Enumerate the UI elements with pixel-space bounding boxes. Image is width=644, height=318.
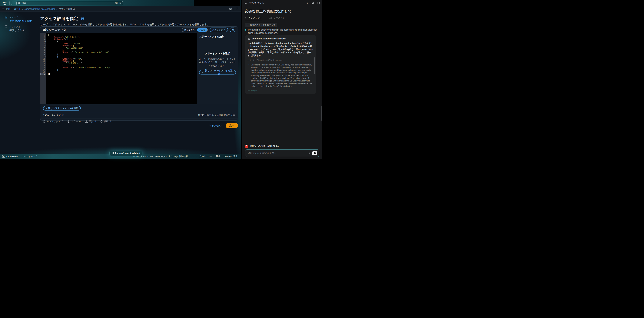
step1-label: ステップ 1 — [10, 16, 32, 19]
comet-logo-icon — [245, 2, 248, 5]
incognito-icon[interactable] — [311, 2, 314, 4]
errors-status[interactable]: エラー: 0 — [68, 120, 80, 123]
search-input[interactable]: 検索 [Alt+S] — [16, 1, 123, 5]
line-number: 14 — [40, 62, 46, 64]
cancel-button[interactable]: キャンセル — [209, 124, 222, 127]
code-line[interactable]: "Resource": "arn:aws:s3:::comet-html-tes… — [48, 66, 197, 69]
pause-comet-assistant-button[interactable]: Pause Comet Assistant — [110, 151, 142, 156]
code-line[interactable]: "s3:GetObject" — [48, 62, 197, 64]
breadcrumb-link-roles[interactable]: ロール — [14, 7, 21, 10]
card-scrollbar-thumb[interactable] — [314, 57, 315, 74]
terms-link[interactable]: 用語 — [216, 155, 220, 158]
code-line[interactable]: } — [48, 73, 197, 76]
code-line[interactable]: "Effect": "Allow", — [48, 58, 197, 60]
skip-forward-icon: ▶▶ — [247, 24, 248, 26]
editor-code-content[interactable]: { "Version": "2012-10-17", "Statement": … — [46, 33, 197, 104]
tab-assistant[interactable]: アシスタント — [245, 16, 262, 21]
code-line[interactable]: "Version": "2012-10-17", — [48, 36, 197, 38]
sidebar-scrollbar-thumb[interactable] — [321, 106, 322, 121]
line-number: 11▾ — [40, 56, 46, 58]
shield-icon[interactable] — [236, 8, 238, 10]
text-cursor — [49, 73, 50, 75]
code-line[interactable]: "Effect": "Allow", — [48, 42, 197, 45]
play-icon: ▶▶ — [248, 90, 250, 92]
skip-remaining-steps-button[interactable]: ▶▶ 残りのステップをスキップ — [245, 23, 277, 27]
line-number: 15 — [40, 64, 46, 66]
code-line[interactable]: { — [48, 56, 197, 58]
caret-down-icon: ▼ — [224, 29, 226, 31]
line-number: 2 — [40, 36, 46, 38]
code-line[interactable]: }, — [48, 54, 197, 56]
assistant-task-title: 必要な修正を実際に操作して — [245, 9, 292, 14]
source-activity-card[interactable]: us-east-1.console.aws.amazon Lambda実行ロール… — [245, 35, 316, 94]
feedback-link[interactable]: フィードバック — [22, 155, 38, 158]
actions-dropdown-button[interactable]: アクション▼ — [210, 28, 228, 32]
wizard-step-1[interactable]: ステップ 1 アクセス許可を指定 — [4, 16, 38, 25]
page-context-chip[interactable]: ポリシーの作成 | IAM | Global — [245, 145, 319, 148]
add-statement-button-panel[interactable]: + 新しいステートメントを追加 — [199, 70, 236, 74]
next-button[interactable]: 次へ — [226, 123, 238, 128]
comet-tab-icon — [245, 17, 247, 19]
code-line[interactable]: "s3:ListBucket" — [48, 47, 197, 49]
step1-title[interactable]: アクセス許可を指定 — [10, 19, 32, 23]
step1-active-radio-icon — [5, 16, 7, 18]
assistant-message-input[interactable]: 詳細または明確化を追加... — [245, 150, 319, 157]
breadcrumb-link-role[interactable]: comet-html-test-role-o8ghq9br — [24, 8, 55, 10]
warnings-status[interactable]: 警告: 0 — [85, 120, 96, 123]
code-line[interactable]: "Action": [ — [48, 60, 197, 62]
observation-text: Excellent! I can see that the JSON polic… — [251, 63, 313, 88]
security-findings-status[interactable]: セキュリティ: 0 — [43, 120, 63, 123]
code-line[interactable]: "Resource": "arn:aws:s3:::comet-html-tes… — [48, 51, 197, 54]
assistant-status-message: Preparing to guide you through the neces… — [245, 28, 319, 35]
redacted-account-info — [194, 0, 240, 6]
search-icon — [18, 2, 20, 4]
add-statement-button-bottom[interactable]: + 新しいステートメントを追加 — [43, 106, 81, 110]
apps-grid-icon[interactable] — [12, 2, 14, 5]
code-line[interactable]: ], — [48, 64, 197, 66]
code-line[interactable]: "Action": [ — [48, 45, 197, 47]
json-toggle-button[interactable]: JSON — [197, 28, 207, 32]
cloudshell-footer-button[interactable]: >_ CloudShell — [2, 155, 18, 158]
chevron-right-icon: › — [22, 8, 23, 10]
statement-select-title: ステートメントを選択 — [199, 52, 236, 55]
step2-title[interactable]: 確認して作成 — [10, 29, 24, 32]
attachment-paperclip-icon[interactable] — [308, 152, 310, 155]
menu-hamburger-icon[interactable]: ☰ — [2, 8, 5, 10]
step2-inactive-radio-icon — [5, 25, 7, 28]
lightbulb-icon — [100, 120, 102, 123]
line-number: 12 — [40, 58, 46, 60]
aws-logo[interactable]: aws — [2, 2, 8, 5]
tab-sources[interactable]: ソース・1 — [269, 16, 284, 21]
expand-editor-button[interactable] — [230, 28, 235, 32]
open-in-panel-icon[interactable] — [317, 2, 320, 4]
code-line[interactable]: { — [48, 40, 197, 43]
wizard-step-2[interactable]: ステップ 2 確認して作成 — [4, 25, 38, 32]
page-title: アクセス許可を指定 — [40, 16, 78, 21]
sources-stack-icon — [269, 17, 272, 19]
new-chat-icon[interactable]: + — [306, 2, 308, 4]
line-number: 6▾ — [40, 45, 46, 47]
cookie-settings-link[interactable]: Cookie の設定 — [224, 155, 238, 158]
statement-panel-header: ステートメントを編集 — [197, 33, 238, 40]
expand-icon — [232, 29, 234, 31]
json-code-editor[interactable]: 1▾23▾4▾56▾7891011▾1213▾141516171819 { "V… — [40, 33, 197, 104]
task-description-text: Lambda実行ロール（comet-html-test-role-o8ghq9b… — [248, 42, 313, 57]
suggestions-status[interactable]: 提案: 0 — [100, 120, 111, 123]
info-link[interactable]: 情報 — [80, 17, 84, 20]
privacy-link[interactable]: プライバシー — [199, 155, 212, 158]
code-line[interactable]: } — [48, 69, 197, 71]
line-number: 8 — [40, 49, 46, 51]
iam-favicon — [245, 145, 248, 148]
stop-generation-button[interactable] — [312, 151, 317, 156]
code-line[interactable]: "Statement": [ — [48, 38, 197, 40]
info-icon[interactable]: i — [229, 8, 232, 10]
code-line[interactable]: { — [48, 34, 197, 36]
editor-language: JSON — [43, 114, 49, 117]
divider — [234, 8, 234, 10]
visual-toggle-button[interactable]: ビジュアル — [182, 28, 197, 31]
step2-label: ステップ 2 — [10, 26, 24, 28]
code-line[interactable]: ], — [48, 49, 197, 51]
search-shortcut: [Alt+S] — [115, 2, 121, 4]
code-line[interactable]: ] — [48, 71, 197, 73]
breadcrumb-link-iam[interactable]: IAM — [6, 8, 10, 10]
